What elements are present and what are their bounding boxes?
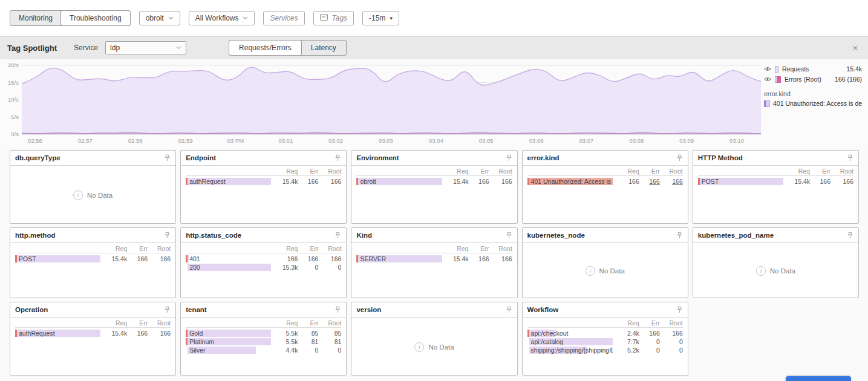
tab-troubleshooting[interactable]: Troubleshooting	[61, 11, 130, 25]
tag-value-row[interactable]: Gold5.5k8585	[186, 329, 341, 337]
err-count: 81	[298, 338, 318, 345]
tag-value-row[interactable]: Silver4.4k00	[186, 346, 341, 354]
column-header-root: Root	[148, 319, 171, 327]
tag-value-label: SERVER	[356, 255, 442, 262]
tag-value-row[interactable]: 401 Unauthorized: Access is denied due t…	[527, 177, 683, 186]
visibility-eye-icon[interactable]	[764, 67, 771, 71]
time-range-dropdown[interactable]: -15m ▾	[362, 11, 399, 25]
no-data-label: No Data	[770, 267, 795, 275]
legend-error-kind-item[interactable]: 401 Unauthorized: Access is denie…	[764, 100, 862, 107]
close-icon[interactable]: ×	[850, 43, 861, 53]
bar-zone: api:/catalog	[527, 338, 613, 345]
err-count: 166	[469, 255, 489, 262]
service-select-value: ldp	[110, 44, 120, 52]
tab-requests-errors[interactable]: Requests/Errors	[229, 41, 301, 55]
tag-value-row[interactable]: POST15.4k166166	[15, 255, 171, 263]
panel-header: tenant	[181, 302, 346, 318]
pin-icon[interactable]	[334, 154, 341, 161]
tag-value-row[interactable]: obroit15.4k166166	[356, 177, 512, 186]
column-header-req: Req	[613, 319, 639, 327]
pin-icon[interactable]	[847, 154, 853, 161]
panel-header: error.kind	[523, 151, 688, 166]
requests-errors-chart[interactable]: 20/s15/s10/s5/s0/s02:5602:5702:5802:5903…	[0, 59, 764, 148]
environment-dropdown[interactable]: obroit	[139, 11, 180, 25]
panel-title: http.status_code	[186, 232, 241, 239]
panel-header: Endpoint	[181, 151, 346, 166]
requests-swatch	[775, 66, 778, 73]
pin-icon[interactable]	[506, 154, 512, 161]
tag-value-row[interactable]: POST15.4k166166	[698, 177, 853, 186]
root-count: 0	[318, 347, 341, 354]
pin-icon[interactable]	[164, 232, 171, 239]
tag-panel-http-method: http.methodReqErrRootPOST15.4k166166	[10, 227, 176, 298]
pin-icon[interactable]	[164, 154, 171, 161]
tag-value-row[interactable]: authRequest15.4k166166	[186, 177, 341, 186]
services-button[interactable]: Services	[263, 11, 304, 25]
err-count: 0	[639, 338, 660, 345]
bar-zone: obroit	[356, 178, 442, 185]
err-count: 85	[298, 330, 318, 337]
column-header-err: Err	[298, 245, 318, 252]
pin-icon[interactable]	[676, 306, 683, 313]
pin-icon[interactable]	[506, 306, 512, 313]
pin-icon[interactable]	[164, 306, 171, 313]
panel-title: Operation	[15, 306, 48, 313]
page-title: Tag Spotlight	[7, 44, 57, 53]
tab-monitoring[interactable]: Monitoring	[10, 11, 61, 25]
tag-value-row[interactable]: shipping:/shipping/{shippingID}}5.2k00	[527, 346, 683, 354]
panel-title: error.kind	[527, 154, 560, 161]
spotlight-chart-section: 20/s15/s10/s5/s0/s02:5602:5702:5802:5903…	[0, 59, 868, 149]
root-count[interactable]: 166	[660, 178, 683, 185]
tag-value-row[interactable]: api:/checkout2.4k166166	[527, 329, 683, 337]
tag-value-row[interactable]: api:/catalog7.7k00	[527, 337, 683, 346]
tag-value-row[interactable]: 20015.3k00	[186, 263, 341, 272]
req-count: 2.4k	[613, 330, 639, 337]
req-count: 166	[271, 255, 298, 262]
tab-latency[interactable]: Latency	[301, 41, 346, 55]
req-count: 166	[613, 178, 639, 185]
req-count: 15.4k	[783, 178, 810, 185]
panel-body: iNo Data	[351, 318, 517, 375]
column-header-err: Err	[127, 319, 148, 327]
panel-header: Workflow	[523, 302, 688, 318]
tag-value-row[interactable]: Platinum5.5k8181	[186, 337, 341, 346]
root-count: 81	[318, 338, 341, 345]
panel-title: Endpoint	[186, 154, 216, 161]
pin-icon[interactable]	[334, 306, 341, 313]
pin-icon[interactable]	[334, 232, 341, 239]
pin-icon[interactable]	[847, 232, 853, 239]
column-headers: ReqErrRoot	[15, 319, 171, 328]
panel-header: HTTP Method	[693, 151, 858, 166]
pin-icon[interactable]	[676, 154, 683, 161]
visibility-eye-icon[interactable]	[764, 77, 771, 82]
column-header-root: Root	[148, 245, 171, 252]
legend-error-kind-group: error.kind 401 Unauthorized: Access is d…	[764, 90, 862, 107]
err-count: 166	[469, 178, 489, 185]
err-count: 0	[298, 347, 318, 354]
bottom-action-button[interactable]	[786, 376, 851, 381]
tags-button[interactable]: Tags	[313, 11, 354, 25]
column-header-req: Req	[271, 168, 298, 175]
panel-header: http.status_code	[181, 228, 346, 243]
panel-header: Kind	[351, 228, 517, 243]
column-headers: ReqErrRoot	[15, 244, 171, 253]
y-axis-tick: 15/s	[8, 79, 19, 86]
service-select[interactable]: ldp	[105, 41, 186, 54]
panel-header: Operation	[10, 302, 175, 318]
tag-value-row[interactable]: SERVER15.4k166166	[356, 255, 512, 263]
tag-value-row[interactable]: 401166166166	[186, 255, 341, 263]
panel-body: ReqErrRootapi:/checkout2.4k166166api:/ca…	[523, 318, 688, 375]
bar-zone: SERVER	[356, 255, 442, 262]
x-axis-tick: 03 PM	[227, 137, 244, 144]
pin-icon[interactable]	[506, 232, 512, 239]
mode-tabs: Monitoring Troubleshooting	[10, 10, 131, 26]
workflow-dropdown[interactable]: All Workflows	[189, 11, 255, 25]
pin-icon[interactable]	[676, 232, 683, 239]
chevron-down-icon	[168, 16, 174, 20]
info-icon: i	[73, 190, 83, 200]
err-count[interactable]: 166	[639, 178, 660, 185]
column-headers: ReqErrRoot	[698, 167, 853, 176]
panel-title: Environment	[356, 154, 399, 161]
panel-body: ReqErrRoot40116616616620015.3k00	[181, 243, 346, 298]
tag-value-row[interactable]: authRequest15.4k166166	[15, 329, 171, 337]
